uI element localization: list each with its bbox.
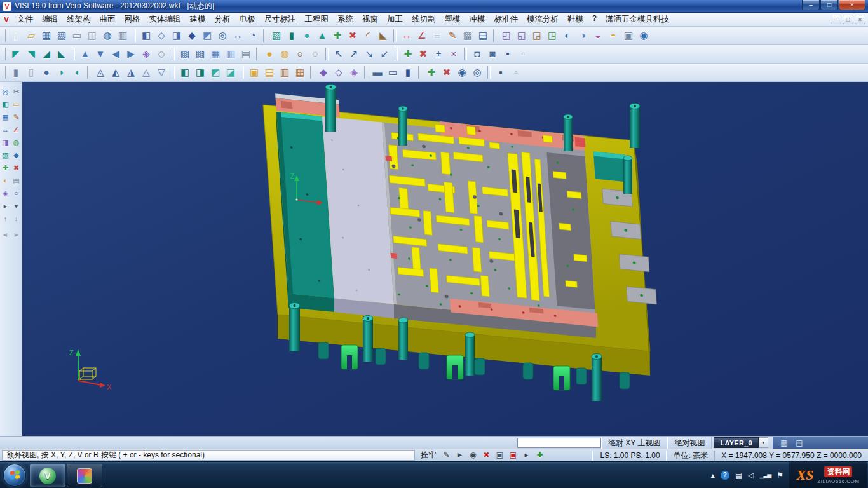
surface-icon[interactable]: ▧ [1, 150, 11, 160]
region-icon[interactable]: ◙ [485, 46, 500, 62]
surface-loft-icon[interactable]: ◣ [54, 46, 69, 62]
menu-item-16[interactable]: 塑模 [440, 13, 465, 26]
forward-arrow-icon[interactable]: ► [12, 230, 22, 240]
menu-item-2[interactable]: 编辑 [37, 13, 62, 26]
shaded-view-icon[interactable]: ◧ [139, 28, 154, 43]
print-icon[interactable]: ▭ [69, 28, 85, 43]
viewport-3d[interactable]: Z Z X [22, 82, 868, 436]
materials-icon[interactable]: ◒ [590, 28, 606, 43]
delete-red-icon[interactable]: ✖ [481, 450, 492, 461]
select-icon[interactable]: ► [454, 450, 465, 461]
move-left-icon[interactable]: ◀ [108, 46, 123, 62]
wireframe-view-icon[interactable]: ◇ [154, 28, 169, 43]
flag-tray-icon[interactable]: ⚑ [776, 471, 783, 480]
plate-tool-icon[interactable]: ▭ [385, 65, 400, 80]
add-feature-icon[interactable]: ✚ [1, 163, 11, 173]
mesh-grid-icon[interactable]: ▥ [223, 46, 238, 62]
layout-icon[interactable]: ▥ [115, 28, 130, 43]
volume-tray-icon[interactable]: ◁ [748, 471, 754, 480]
mdi-close-button[interactable]: × [855, 15, 865, 24]
add-entity-icon[interactable]: ✚ [400, 46, 416, 62]
down-icon[interactable]: ↓ [11, 214, 22, 224]
rib-tool-icon[interactable]: △ [139, 65, 154, 80]
dynamic-view-icon[interactable]: ◆ [184, 28, 200, 43]
remove-feature-icon[interactable]: ✖ [11, 163, 22, 173]
simulation-icon[interactable]: ◐ [560, 28, 575, 43]
mesh-dense-icon[interactable]: ▨ [177, 46, 193, 62]
target-icon[interactable]: ◉ [454, 65, 470, 80]
absolute-view-button[interactable]: 绝对视图 [667, 437, 712, 449]
play-icon[interactable]: ▸ [521, 450, 532, 461]
mdi-minimize-button[interactable]: – [831, 15, 841, 24]
mesh-mid-icon[interactable]: ▦ [208, 46, 223, 62]
active-layer-button[interactable]: LAYER_0 [714, 437, 759, 448]
menu-item-17[interactable]: 冲模 [465, 13, 490, 26]
sphere-tool-icon[interactable]: ● [39, 65, 54, 80]
panel-sheet-icon[interactable]: ▤ [794, 438, 804, 448]
bar-tool-icon[interactable]: ▬ [370, 65, 385, 80]
panel-grid-icon[interactable]: ▦ [779, 438, 789, 448]
menu-item-7[interactable]: 建模 [186, 13, 210, 26]
search-icon[interactable] [612, 440, 618, 445]
circle-icon[interactable]: ◍ [277, 46, 292, 62]
half-section-icon[interactable]: ◐ [1, 175, 11, 186]
preview-icon[interactable]: ◍ [100, 28, 115, 43]
report-icon[interactable]: ▣ [621, 28, 636, 43]
view-glasses-icon[interactable]: ◉ [468, 450, 478, 461]
tray-expand-icon[interactable]: ▴ [711, 471, 715, 480]
layer-dropdown-icon[interactable]: ▾ [759, 437, 768, 448]
move-down-icon[interactable]: ▼ [93, 46, 108, 62]
toolpath-icon[interactable]: ◳ [545, 28, 560, 43]
shell-tool-icon[interactable]: ◖ [69, 65, 85, 80]
boss-tool-icon[interactable]: ◮ [123, 65, 139, 80]
menu-item-10[interactable]: 尺寸标注 [260, 13, 301, 26]
fix-icon[interactable]: ◧ [1, 99, 11, 109]
hole-wizard-icon[interactable]: ◩ [208, 65, 223, 80]
solid-icon[interactable]: ◆ [11, 150, 22, 160]
toolbar-grip[interactable] [3, 48, 6, 60]
menu-item-9[interactable]: 电极 [235, 13, 260, 26]
pan-view-icon[interactable]: ↔ [230, 28, 245, 43]
menu-item-3[interactable]: 线架构 [62, 13, 95, 26]
sketch-icon[interactable]: ✎ [11, 112, 22, 122]
visi-menu-icon[interactable]: V [4, 15, 9, 24]
move-entity-icon[interactable]: ↔ [1, 125, 11, 135]
dimension-icon[interactable]: ≡ [430, 28, 445, 43]
ellipse-icon[interactable]: ◌ [308, 46, 323, 62]
transform-icon[interactable]: ◈ [139, 46, 154, 62]
mold-base-icon[interactable]: ◰ [499, 28, 514, 43]
menu-item-19[interactable]: 模流分析 [522, 13, 563, 26]
point-icon[interactable]: ● [262, 46, 277, 62]
drop-icon[interactable]: ▾ [11, 201, 22, 211]
snipping-tool-taskbar-button[interactable] [67, 464, 102, 487]
menu-item-11[interactable]: 工程图 [301, 13, 334, 26]
wedge-tool-icon[interactable]: ◬ [93, 65, 108, 80]
measure-angle-icon[interactable]: ∠ [414, 28, 430, 43]
save-icon[interactable]: ▦ [39, 28, 54, 43]
back-arrow-icon[interactable]: ◄ [1, 230, 10, 240]
solid-box-icon[interactable]: ▧ [269, 28, 284, 43]
electrode-icon[interactable]: ◲ [529, 28, 545, 43]
trim-icon[interactable]: ✂ [11, 86, 22, 97]
slot-tool-icon[interactable]: ▣ [247, 65, 262, 80]
scale-icon[interactable]: × [446, 46, 461, 62]
gem-shaded-icon[interactable]: ◈ [346, 65, 362, 80]
render-icon[interactable]: ◓ [606, 28, 621, 43]
list-icon[interactable]: ▤ [11, 175, 22, 186]
half-cylinder-icon[interactable]: ◗ [54, 65, 69, 80]
ghost-icon[interactable]: ▫ [508, 65, 524, 80]
move-right-icon[interactable]: ▶ [123, 46, 139, 62]
minimize-button[interactable]: – [802, 0, 820, 10]
compare-icon[interactable]: ▦ [292, 65, 308, 80]
view-orientation-button[interactable]: 绝对 XY 上视图 [601, 437, 667, 449]
menu-item-12[interactable]: 系统 [333, 13, 358, 26]
reference-icon[interactable]: ◎ [470, 65, 485, 80]
network-tray-icon[interactable]: ▁▃▅ [759, 472, 771, 478]
shade-icon[interactable]: ◍ [11, 137, 22, 147]
visi-taskbar-button[interactable]: V [30, 464, 65, 487]
gem-wire-icon[interactable]: ◇ [331, 65, 346, 80]
up-icon[interactable]: ↑ [1, 214, 11, 224]
box-icon[interactable]: ▣ [494, 450, 505, 461]
face-icon[interactable]: ◨ [1, 137, 11, 147]
mold-cavity-icon[interactable]: ◱ [514, 28, 529, 43]
